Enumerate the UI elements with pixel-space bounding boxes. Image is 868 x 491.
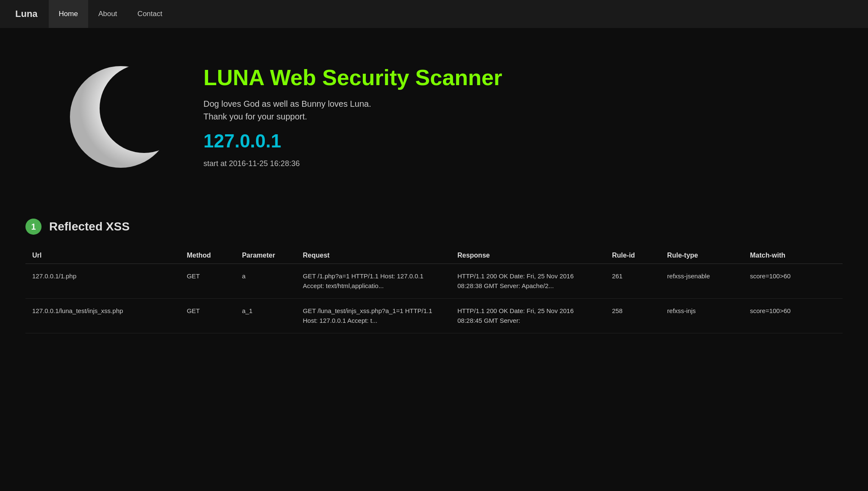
hero-ip: 127.0.0.1 (203, 130, 502, 152)
navbar: Luna Home About Contact (0, 0, 868, 28)
col-header-response: Response (451, 247, 605, 264)
col-header-url: Url (25, 247, 180, 264)
hero-text-block: LUNA Web Security Scanner Dog loves God … (203, 66, 502, 168)
cell-request: GET /1.php?a=1 HTTP/1.1 Host: 127.0.0.1 … (296, 264, 451, 299)
cell-ruletype: refxss-jsenable (660, 264, 743, 299)
col-header-method: Method (180, 247, 235, 264)
main-content: 1 Reflected XSS Url Method Parameter Req… (0, 206, 868, 350)
cell-parameter: a (235, 264, 296, 299)
nav-item-contact[interactable]: Contact (127, 0, 172, 28)
hero-subtitle: Dog loves God as well as Bunny loves Lun… (203, 97, 502, 123)
section-badge: 1 (25, 219, 42, 235)
cell-response: HTTP/1.1 200 OK Date: Fri, 25 Nov 2016 0… (451, 299, 605, 333)
col-header-parameter: Parameter (235, 247, 296, 264)
cell-url: 127.0.0.1/luna_test/injs_xss.php (25, 299, 180, 333)
cell-matchwith: score=100>60 (743, 299, 843, 333)
cell-ruleid: 261 (605, 264, 660, 299)
col-header-request: Request (296, 247, 451, 264)
table-row: 127.0.0.1/1.php GET a GET /1.php?a=1 HTT… (25, 264, 843, 299)
table-row: 127.0.0.1/luna_test/injs_xss.php GET a_1… (25, 299, 843, 333)
cell-response: HTTP/1.1 200 OK Date: Fri, 25 Nov 2016 0… (451, 264, 605, 299)
moon-logo (51, 53, 170, 180)
cell-ruletype: refxss-injs (660, 299, 743, 333)
table-body: 127.0.0.1/1.php GET a GET /1.php?a=1 HTT… (25, 264, 843, 333)
cell-request: GET /luna_test/injs_xss.php?a_1=1 HTTP/1… (296, 299, 451, 333)
section-title: Reflected XSS (49, 220, 130, 233)
section-header: 1 Reflected XSS (25, 219, 843, 235)
results-table: Url Method Parameter Request Response Ru… (25, 247, 843, 333)
cell-matchwith: score=100>60 (743, 264, 843, 299)
col-header-ruleid: Rule-id (605, 247, 660, 264)
cell-method: GET (180, 264, 235, 299)
hero-start-time: start at 2016-11-25 16:28:36 (203, 159, 502, 168)
cell-ruleid: 258 (605, 299, 660, 333)
nav-item-home[interactable]: Home (49, 0, 88, 28)
col-header-ruletype: Rule-type (660, 247, 743, 264)
nav-item-about[interactable]: About (88, 0, 127, 28)
cell-parameter: a_1 (235, 299, 296, 333)
col-header-matchwith: Match-with (743, 247, 843, 264)
hero-title: LUNA Web Security Scanner (203, 66, 502, 90)
hero-section: LUNA Web Security Scanner Dog loves God … (0, 28, 868, 206)
table-header: Url Method Parameter Request Response Ru… (25, 247, 843, 264)
cell-url: 127.0.0.1/1.php (25, 264, 180, 299)
nav-brand[interactable]: Luna (8, 8, 45, 19)
cell-method: GET (180, 299, 235, 333)
